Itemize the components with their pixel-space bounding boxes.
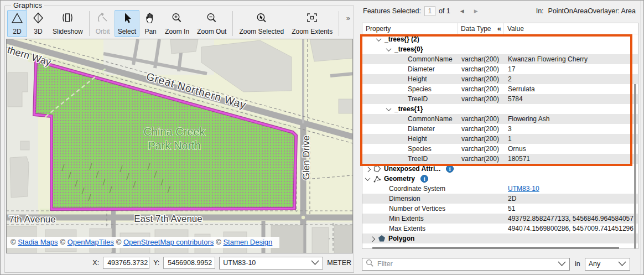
previous-feature-button[interactable]: ◀ (460, 8, 464, 14)
info-icon[interactable]: i (446, 165, 454, 173)
toolbar-separator (89, 11, 90, 36)
attribution-link[interactable]: OpenMapTiles (67, 238, 114, 246)
zoom-in-button[interactable]: Zoom In (162, 10, 193, 37)
street-label-east-7th-avenue: East 7th Avenue (134, 214, 202, 224)
select-button[interactable]: Select (115, 10, 139, 37)
coordinate-system-select[interactable]: UTM83-10 (219, 257, 323, 269)
info-icon[interactable]: i (420, 175, 428, 183)
horizontal-scrollbar[interactable] (372, 247, 619, 249)
property-name: CommonName (408, 55, 453, 63)
table-row[interactable]: Coordinate SystemUTM83-10 (362, 184, 638, 194)
zoom-out-button[interactable]: Zoom Out (194, 10, 230, 37)
table-row[interactable]: _trees{} (2) (362, 34, 638, 44)
button-label: 3D (34, 28, 42, 35)
column-header-property[interactable]: Property (362, 23, 458, 34)
chevron-down-icon[interactable] (365, 175, 371, 181)
view-3d-button[interactable]: 3D (28, 10, 48, 37)
table-row[interactable]: Unexposed Attri...i (362, 164, 638, 174)
attribution-item: © Stamen Design (216, 238, 272, 246)
property-value: 5784 (508, 95, 523, 103)
filter-placeholder: Filter (377, 260, 554, 268)
3d-diamond-icon (32, 12, 45, 24)
chevron-right-icon[interactable] (370, 236, 375, 242)
table-row[interactable]: Number of Vertices51 (362, 204, 638, 214)
column-header-value[interactable]: Value (504, 23, 638, 34)
property-name: Min Extents (389, 215, 424, 222)
table-row[interactable]: CommonNamevarchar(200)Kwanzan Flowering … (362, 54, 638, 64)
units-label: METER (327, 259, 351, 267)
inspector-header: Features Selected: 1 of 1 ◀ ▶ In: PointO… (363, 6, 636, 17)
attribution-link[interactable]: OpenStreetMap contributors (123, 238, 214, 246)
chevron-down-icon[interactable] (386, 106, 392, 111)
table-row[interactable]: TreeIDvarchar(200)5784 (362, 94, 638, 104)
chevron-down-icon (618, 260, 626, 268)
map-attribution: © Stadia Maps© OpenMapTiles© OpenStreetM… (7, 237, 279, 248)
property-name: _trees{1} (394, 105, 423, 113)
property-name: Number of Vertices (389, 205, 445, 212)
table-row[interactable]: Heightvarchar(200)2 (362, 74, 638, 84)
attribution-link[interactable]: Stadia Maps (18, 238, 58, 246)
map-toolbar: 2D 3D Slideshow Orbit Select Pan (7, 10, 352, 37)
zoom-extents-button[interactable]: Zoom Extents (288, 10, 336, 37)
table-row[interactable]: Diametervarchar(200)17 (362, 64, 638, 74)
vertical-scrollbar[interactable] (634, 84, 636, 248)
table-row[interactable]: _trees{1} (362, 104, 638, 114)
geometry-icon (373, 175, 381, 183)
filter-scope-select[interactable]: Any (585, 258, 630, 271)
table-row[interactable]: _trees{0} (362, 44, 638, 54)
feature-index-box: 1 (424, 6, 435, 16)
property-value: 51 (508, 205, 515, 212)
x-coordinate-value: 493765.3732 (103, 257, 149, 269)
toolbar-overflow-button[interactable]: » (346, 14, 350, 22)
next-feature-button[interactable]: ▶ (474, 8, 478, 14)
hand-icon (144, 12, 157, 24)
filter-bar: Filter in Any (362, 257, 638, 271)
property-name: CommonName (408, 115, 453, 123)
chevron-right-icon[interactable] (365, 167, 371, 172)
toolbar-separator (339, 11, 339, 36)
pan-button[interactable]: Pan (141, 10, 160, 37)
table-row[interactable]: Max Extents494074.1569800286, 5457009.74… (362, 224, 638, 234)
feature-source-value: PointOnAreaOverlayer: Area (548, 7, 636, 15)
zoom-selected-button[interactable]: Zoom Selected (236, 10, 287, 37)
collapse-columns-icon[interactable]: « (497, 24, 500, 33)
chevron-down-icon[interactable] (376, 36, 382, 41)
orbit-button: Orbit (92, 10, 113, 37)
coordinate-system-link[interactable]: UTM83-10 (508, 185, 539, 193)
filter-input[interactable]: Filter (362, 258, 570, 271)
table-row[interactable]: CommonNamevarchar(200)Flowering Ash (362, 114, 638, 124)
attribution-link[interactable]: Stamen Design (223, 238, 272, 246)
table-row[interactable]: Diametervarchar(200)3 (362, 124, 638, 134)
property-value: Serrulata (508, 85, 535, 93)
data-type-value: varchar(200) (461, 65, 499, 73)
table-row[interactable]: Polygon (362, 234, 638, 243)
property-name: _trees{0} (394, 45, 423, 53)
table-row[interactable]: Heightvarchar(200)1 (362, 134, 638, 144)
table-row[interactable]: Speciesvarchar(200)Serrulata (362, 84, 638, 94)
y-coordinate-value: 5456908.9952 (163, 257, 215, 269)
zoom-selected-icon (255, 12, 268, 24)
view-2d-button[interactable]: 2D (7, 10, 27, 37)
polygon-icon (378, 235, 386, 242)
column-header-data-type[interactable]: Data Type « (458, 23, 504, 34)
property-value: Ornus (508, 145, 526, 153)
property-name: Diameter (408, 125, 435, 133)
application-window: Graphics 2D 3D Slideshow Orbit Select (0, 0, 644, 275)
table-row[interactable]: TreeIDvarchar(200)180571 (362, 154, 638, 164)
map-view[interactable]: thern Way Great Northern Way Glen Drive … (6, 39, 353, 253)
chevron-down-icon[interactable] (386, 46, 392, 51)
table-row[interactable]: Geometryi (362, 174, 638, 184)
zoom-in-icon (170, 12, 184, 24)
data-type-value: varchar(200) (461, 115, 499, 123)
table-row[interactable]: Dimension2D (362, 194, 638, 204)
property-name: TreeID (408, 95, 428, 103)
y-label: Y: (153, 259, 159, 267)
cursor-arrow-icon (120, 12, 133, 24)
table-row[interactable]: Min Extents493792.8582477133, 5456846.96… (362, 214, 638, 224)
property-value: 3 (508, 125, 512, 133)
data-type-value: varchar(200) (461, 155, 499, 163)
slideshow-button[interactable]: Slideshow (49, 10, 86, 37)
filter-scope-value: Any (589, 260, 601, 268)
table-row[interactable]: Speciesvarchar(200)Ornus (362, 144, 638, 154)
coordinate-statusbar: X: 493765.3732 Y: 5456908.9952 UTM83-10 … (7, 256, 351, 269)
